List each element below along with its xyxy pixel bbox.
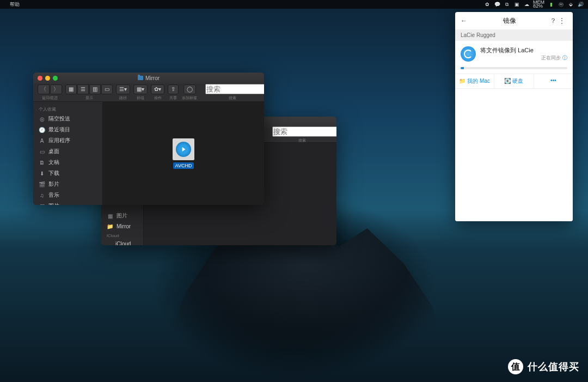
finder2-sidebar-pictures[interactable]: ▦图片 (101, 210, 143, 221)
documents-icon: 🗎 (39, 159, 45, 166)
toolbar-path-group: ☰▾ 路径 (116, 84, 130, 101)
path-button[interactable]: ☰▾ (116, 84, 130, 94)
arrange-button[interactable]: ▦▾ (133, 84, 148, 94)
back-arrow-icon[interactable]: ← (461, 17, 469, 25)
apps-icon: A (39, 137, 45, 144)
disk-icon: 💽 (504, 78, 511, 84)
progress-bar (461, 67, 567, 69)
toolbar-tags-group: ◯ 添加标签 (182, 84, 197, 101)
watermark-badge: 值 (508, 359, 523, 374)
tags-button[interactable]: ◯ (183, 84, 196, 94)
macos-menubar: 帮助 ✿ 💬 ⧉ ▣ ☁ MEM82% ▮ ㊥ ⬙ 🔊 (0, 0, 588, 9)
help-icon[interactable]: ？ (550, 16, 559, 26)
finder2-icloud-header: iCloud (101, 231, 143, 239)
folder-icon: 📁 (107, 223, 113, 229)
more-vert-icon[interactable]: ⋮ (559, 17, 567, 25)
sidebar-item-apps[interactable]: A应用程序 (33, 135, 102, 146)
toolbar-view-group: ▦ ☰ ▥ ▭ 显示 (65, 84, 113, 101)
sidebar-item-airdrop[interactable]: ◎隔空投送 (33, 113, 102, 124)
finder2-sidebar-icloud[interactable]: ☁iCloud 云盘 (101, 239, 143, 245)
toolbar-action-group: ✿▾ 操作 (151, 84, 164, 101)
minimize-button[interactable] (45, 76, 50, 81)
view-icons-button[interactable]: ▦ (65, 84, 77, 94)
finder1-search-input[interactable] (205, 84, 264, 94)
toolbar-nav-group: 〈 〉 返回/前进 (38, 84, 62, 101)
progress-fill (461, 67, 464, 69)
view-list-button[interactable]: ☰ (77, 84, 89, 94)
menubar-mem-label: MEM82% (533, 1, 544, 8)
tab-my-mac[interactable]: 📁我的 Mac (455, 74, 494, 88)
finder1-toolbar: 〈 〉 返回/前进 ▦ ☰ ▥ ▭ 显示 ☰▾ 路径 ▦▾ 群组 ✿▾ 操作 (33, 83, 264, 102)
toolbar-share-group: ⇧ 共享 (168, 84, 179, 101)
finder-window-front[interactable]: Mirror 〈 〉 返回/前进 ▦ ☰ ▥ ▭ 显示 ☰▾ 路径 ▦▾ 群组 (33, 72, 264, 205)
menubar-screenshot-icon[interactable]: ▣ (513, 2, 520, 7)
sidebar-item-recents[interactable]: 🕘最近项目 (33, 124, 102, 135)
menu-help[interactable]: 帮助 (10, 1, 20, 8)
action-button[interactable]: ✿▾ (151, 84, 164, 94)
panel-header: ← 镜像 ？ ⋮ (455, 12, 573, 29)
pictures-icon: ▦ (39, 203, 45, 205)
sidebar-item-pictures[interactable]: ▦图片 (33, 201, 102, 205)
clock-icon: 🕘 (39, 126, 45, 133)
menubar-display-icon[interactable]: ⧉ (504, 2, 510, 8)
favorites-header: 个人收藏 (33, 104, 102, 113)
toolbar-arrange-group: ▦▾ 群组 (133, 84, 148, 101)
music-icon: ♫ (39, 192, 45, 198)
tab-disk[interactable]: 💽硬盘 (494, 74, 533, 88)
menubar-cloud-icon[interactable]: ☁ (523, 2, 530, 7)
folder-icon: 📁 (459, 78, 465, 84)
finder1-sidebar: 个人收藏 ◎隔空投送 🕘最近项目 A应用程序 ▭桌面 🗎文稿 ⬇下载 🎬影片 ♫… (33, 102, 103, 205)
folder-icon (138, 76, 143, 80)
airdrop-icon: ◎ (39, 116, 45, 122)
back-button[interactable]: 〈 (38, 84, 50, 94)
pictures-icon: ▦ (107, 213, 113, 219)
sidebar-item-music[interactable]: ♫音乐 (33, 190, 102, 201)
watermark-text: 什么值得买 (528, 360, 579, 373)
sidebar-item-downloads[interactable]: ⬇下载 (33, 168, 102, 179)
sidebar-item-desktop[interactable]: ▭桌面 (33, 146, 102, 157)
menubar-wifi-icon[interactable]: ⬙ (567, 2, 574, 7)
menubar-battery-icon[interactable]: ▮ (548, 2, 554, 7)
view-gallery-button[interactable]: ▭ (101, 84, 113, 94)
quicktime-icon (173, 138, 194, 160)
mirror-title: 将文件镜像到 LaCie (480, 46, 567, 54)
panel-body (455, 89, 573, 221)
cloud-icon: ☁ (107, 245, 112, 246)
info-icon[interactable]: ⓘ (562, 55, 567, 60)
menubar-language-icon[interactable]: ㊥ (558, 1, 564, 8)
tab-more[interactable]: ••• (534, 74, 573, 88)
finder1-search-label: 搜索 (229, 95, 236, 101)
file-name-label: AVCHD (173, 162, 194, 169)
menubar-volume-icon[interactable]: 🔊 (577, 2, 584, 7)
mirror-row[interactable]: 将文件镜像到 LaCie 正在同步 ⓘ (455, 41, 573, 67)
finder2-sidebar-mirror[interactable]: 📁Mirror (101, 221, 143, 231)
file-item-avchd[interactable]: AVCHD (173, 138, 194, 169)
panel-tabs: 📁我的 Mac 💽硬盘 ••• (455, 74, 573, 89)
sidebar-item-movies[interactable]: 🎬影片 (33, 179, 102, 190)
finder1-content[interactable]: AVCHD (103, 102, 264, 205)
sync-icon (461, 46, 476, 62)
share-button[interactable]: ⇧ (168, 84, 179, 94)
mirror-status: 正在同步 ⓘ (480, 54, 567, 62)
panel-title: 镜像 (469, 16, 550, 26)
finder2-search-input[interactable] (272, 126, 336, 137)
lacie-mirror-panel: ← 镜像 ？ ⋮ LaCie Rugged 将文件镜像到 LaCie 正在同步 … (455, 12, 573, 221)
fullscreen-button[interactable] (53, 76, 58, 81)
menubar-wechat-icon[interactable]: 💬 (494, 2, 500, 7)
menubar-gear-icon[interactable]: ✿ (484, 2, 491, 7)
desktop-icon: ▭ (39, 148, 45, 155)
close-button[interactable] (38, 76, 42, 81)
downloads-icon: ⬇ (39, 170, 45, 177)
watermark: 值 什么值得买 (508, 359, 579, 374)
view-columns-button[interactable]: ▥ (89, 84, 101, 94)
movies-icon: 🎬 (39, 181, 45, 187)
forward-button[interactable]: 〉 (50, 84, 62, 94)
panel-device-label: LaCie Rugged (455, 29, 573, 41)
finder1-title: Mirror (33, 75, 264, 81)
finder1-titlebar[interactable]: Mirror (33, 72, 264, 83)
sidebar-item-documents[interactable]: 🗎文稿 (33, 157, 102, 168)
